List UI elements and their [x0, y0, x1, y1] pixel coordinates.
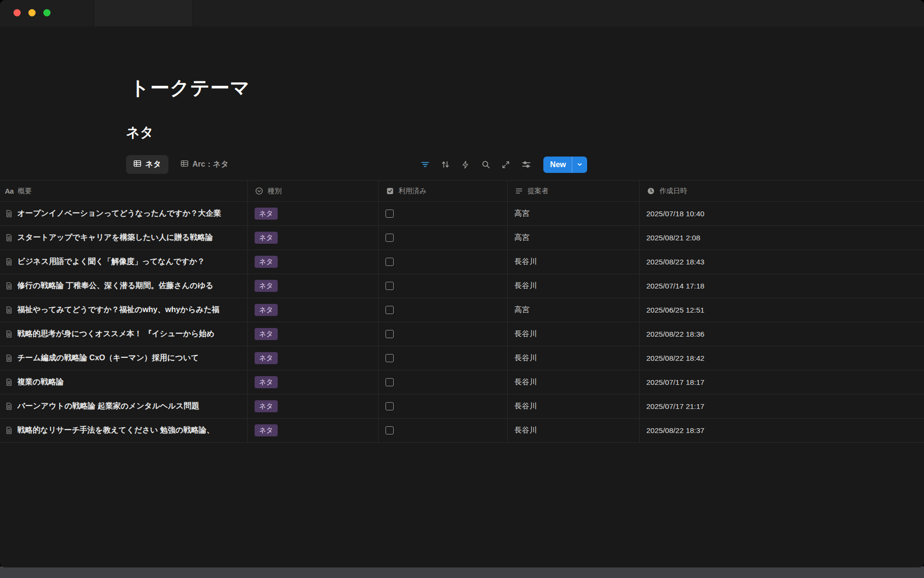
row-title: 修行の戦略論 丁稚奉公、深く潜る期間。佐藤さんのゆる — [17, 281, 213, 291]
proposer-cell[interactable]: 長谷川 — [508, 346, 640, 370]
used-checkbox[interactable] — [385, 378, 394, 386]
used-cell[interactable] — [379, 298, 508, 322]
filter-icon[interactable] — [420, 160, 430, 170]
type-cell[interactable]: ネタ — [248, 322, 379, 346]
created-cell[interactable]: 2025/07/17 18:17 — [640, 370, 924, 394]
table-row[interactable]: 修行の戦略論 丁稚奉公、深く潜る期間。佐藤さんのゆる ネタ 長谷川 2025/0… — [0, 274, 924, 298]
created-text: 2025/08/22 18:43 — [646, 258, 705, 266]
column-header-used[interactable]: 利用済み — [379, 181, 508, 201]
proposer-cell[interactable]: 長谷川 — [508, 394, 640, 418]
type-cell[interactable]: ネタ — [248, 226, 379, 250]
created-cell[interactable]: 2025/08/21 2:08 — [640, 226, 924, 250]
proposer-cell[interactable]: 高宮 — [508, 298, 640, 322]
table-row[interactable]: チーム編成の戦略論 CxO（キーマン）採用について ネタ 長谷川 2025/08… — [0, 346, 924, 370]
type-cell[interactable]: ネタ — [248, 298, 379, 322]
page-icon — [5, 282, 13, 290]
used-checkbox[interactable] — [385, 282, 394, 290]
used-cell[interactable] — [379, 346, 508, 370]
used-cell[interactable] — [379, 322, 508, 346]
type-cell[interactable]: ネタ — [248, 250, 379, 274]
used-cell[interactable] — [379, 394, 508, 418]
column-label: 利用済み — [398, 186, 426, 196]
used-checkbox[interactable] — [385, 210, 394, 218]
proposer-cell[interactable]: 高宮 — [508, 226, 640, 250]
summary-cell[interactable]: 戦略的なリサーチ手法を教えてください 勉強の戦略論、 — [0, 419, 248, 442]
view-tab-arc-neta[interactable]: Arc：ネタ — [173, 155, 236, 174]
table-row[interactable]: 戦略的なリサーチ手法を教えてください 勉強の戦略論、 ネタ 長谷川 2025/0… — [0, 419, 924, 443]
summary-cell[interactable]: スタートアップでキャリアを構築したい人に贈る戦略論 — [0, 226, 248, 250]
table-row[interactable]: 戦略的思考が身につくオススメ本！ 『イシューから始め ネタ 長谷川 2025/0… — [0, 322, 924, 346]
created-cell[interactable]: 2025/07/14 17:18 — [640, 274, 924, 298]
sliders-icon[interactable] — [521, 160, 531, 170]
created-cell[interactable]: 2025/08/22 18:42 — [640, 346, 924, 370]
used-cell[interactable] — [379, 274, 508, 298]
used-checkbox[interactable] — [385, 426, 394, 434]
column-header-type[interactable]: 種別 — [248, 181, 379, 201]
used-checkbox[interactable] — [385, 330, 394, 338]
table-row[interactable]: ビジネス用語でよく聞く「解像度」ってなんですか？ ネタ 長谷川 2025/08/… — [0, 250, 924, 274]
desktop-background: トークテーマ ネタ ネタ — [0, 0, 924, 578]
column-header-proposer[interactable]: 提案者 — [508, 181, 640, 201]
proposer-cell[interactable]: 長谷川 — [508, 370, 640, 394]
column-header-summary[interactable]: Aa 概要 — [0, 181, 248, 201]
view-tab-neta[interactable]: ネタ — [126, 155, 168, 174]
row-title: ビジネス用語でよく聞く「解像度」ってなんですか？ — [17, 257, 205, 267]
close-button[interactable] — [13, 9, 21, 16]
used-cell[interactable] — [379, 250, 508, 274]
summary-cell[interactable]: オープンイノベーションってどうなったんですか？大企業 — [0, 202, 248, 225]
type-cell[interactable]: ネタ — [248, 346, 379, 370]
minimize-button[interactable] — [28, 9, 36, 16]
proposer-cell[interactable]: 長谷川 — [508, 250, 640, 274]
table-row[interactable]: 複業の戦略論 ネタ 長谷川 2025/07/17 18:17 — [0, 370, 924, 394]
proposer-text: 長谷川 — [514, 353, 537, 363]
chevron-down-icon[interactable] — [572, 162, 587, 167]
type-cell[interactable]: ネタ — [248, 394, 379, 418]
created-cell[interactable]: 2025/08/22 18:43 — [640, 250, 924, 274]
table-row[interactable]: 福祉やってみてどうですか？福祉のwhy、whyからみた福 ネタ 高宮 2025/… — [0, 298, 924, 322]
proposer-cell[interactable]: 長谷川 — [508, 419, 640, 442]
used-checkbox[interactable] — [385, 234, 394, 242]
used-checkbox[interactable] — [385, 258, 394, 266]
search-icon[interactable] — [481, 160, 490, 170]
summary-cell[interactable]: 戦略的思考が身につくオススメ本！ 『イシューから始め — [0, 322, 248, 346]
type-cell[interactable]: ネタ — [248, 419, 379, 442]
used-cell[interactable] — [379, 202, 508, 225]
type-tag: ネタ — [255, 208, 278, 220]
created-cell[interactable]: 2025/08/22 18:36 — [640, 322, 924, 346]
type-cell[interactable]: ネタ — [248, 274, 379, 298]
summary-cell[interactable]: 複業の戦略論 — [0, 370, 248, 394]
app-window: トークテーマ ネタ ネタ — [0, 0, 924, 567]
zap-icon[interactable] — [461, 160, 470, 170]
summary-cell[interactable]: バーンアウトの戦略論 起業家のメンタルヘルス問題 — [0, 394, 248, 418]
table-row[interactable]: オープンイノベーションってどうなったんですか？大企業 ネタ 高宮 2025/07… — [0, 202, 924, 226]
proposer-cell[interactable]: 長谷川 — [508, 322, 640, 346]
type-cell[interactable]: ネタ — [248, 202, 379, 225]
sort-icon[interactable] — [440, 160, 450, 170]
expand-icon[interactable] — [501, 160, 511, 170]
table-row[interactable]: バーンアウトの戦略論 起業家のメンタルヘルス問題 ネタ 長谷川 2025/07/… — [0, 394, 924, 419]
used-checkbox[interactable] — [385, 402, 394, 410]
used-checkbox[interactable] — [385, 306, 394, 314]
new-button[interactable]: New — [543, 157, 587, 173]
zoom-button[interactable] — [43, 9, 51, 16]
proposer-cell[interactable]: 長谷川 — [508, 274, 640, 298]
created-cell[interactable]: 2025/07/17 21:17 — [640, 394, 924, 418]
summary-cell[interactable]: 修行の戦略論 丁稚奉公、深く潜る期間。佐藤さんのゆる — [0, 274, 248, 298]
created-cell[interactable]: 2025/08/22 18:37 — [640, 419, 924, 442]
summary-cell[interactable]: チーム編成の戦略論 CxO（キーマン）採用について — [0, 346, 248, 370]
proposer-cell[interactable]: 高宮 — [508, 202, 640, 225]
summary-cell[interactable]: ビジネス用語でよく聞く「解像度」ってなんですか？ — [0, 250, 248, 274]
table-row[interactable]: スタートアップでキャリアを構築したい人に贈る戦略論 ネタ 高宮 2025/08/… — [0, 226, 924, 250]
type-cell[interactable]: ネタ — [248, 370, 379, 394]
type-tag: ネタ — [255, 352, 278, 365]
used-checkbox[interactable] — [385, 354, 394, 362]
created-text: 2025/07/17 21:17 — [646, 402, 705, 411]
used-cell[interactable] — [379, 226, 508, 250]
created-cell[interactable]: 2025/06/25 12:51 — [640, 298, 924, 322]
used-cell[interactable] — [379, 419, 508, 442]
summary-cell[interactable]: 福祉やってみてどうですか？福祉のwhy、whyからみた福 — [0, 298, 248, 322]
column-header-created[interactable]: 作成日時 — [640, 181, 924, 201]
window-tab[interactable] — [94, 0, 193, 26]
used-cell[interactable] — [379, 370, 508, 394]
created-cell[interactable]: 2025/07/18 10:40 — [640, 202, 924, 225]
